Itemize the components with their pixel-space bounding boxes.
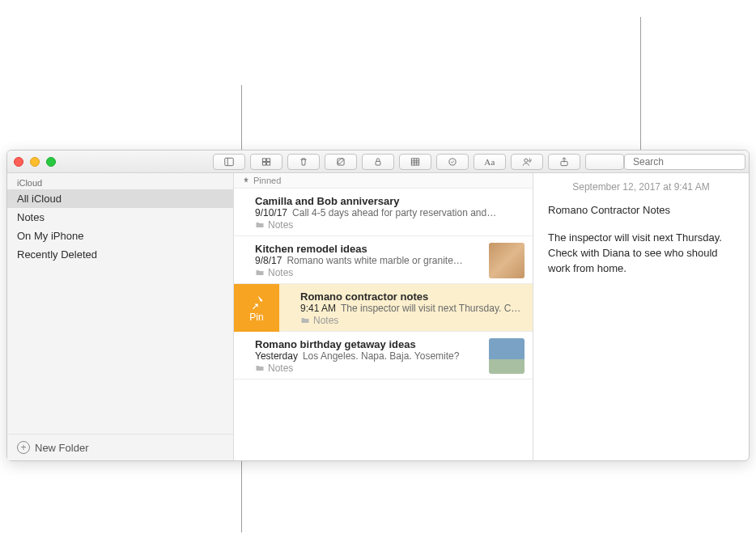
note-row[interactable]: Kitchen remodel ideas 9/8/17Romano wants… [234, 236, 533, 284]
view-list-button[interactable] [213, 154, 245, 170]
note-title: Kitchen remodel ideas [255, 243, 482, 255]
folder-icon [255, 220, 265, 230]
share-button[interactable] [548, 154, 580, 170]
add-people-button[interactable] [511, 154, 543, 170]
lock-button[interactable] [362, 154, 394, 170]
note-preview-line: 9/8/17Romano wants white marble or grani… [255, 255, 482, 266]
svg-rect-5 [267, 162, 270, 165]
window-controls [14, 157, 56, 167]
svg-rect-8 [411, 158, 418, 164]
note-thumbnail [489, 243, 525, 278]
table-button[interactable] [399, 154, 431, 170]
note-title: Romano birthday getaway ideas [255, 338, 482, 350]
plus-icon: + [17, 441, 30, 454]
new-folder-label: New Folder [35, 442, 88, 454]
new-folder-button[interactable]: + New Folder [7, 434, 233, 460]
svg-rect-3 [267, 158, 270, 161]
titlebar: Aa [7, 151, 749, 173]
notes-window: Aa iCloud All iCloud Notes On My iPhone … [6, 150, 750, 461]
note-timestamp: September 12, 2017 at 9:41 AM [548, 181, 734, 193]
folder-icon [255, 363, 265, 373]
pin-icon [242, 176, 250, 184]
search-input[interactable] [633, 156, 754, 167]
close-window-button[interactable] [14, 157, 23, 167]
note-preview-line: 9/10/17Call 4-5 days ahead for party res… [255, 207, 525, 218]
svg-rect-4 [262, 162, 265, 165]
sidebar-item-recently-deleted[interactable]: Recently Deleted [7, 245, 233, 264]
folder-icon [255, 268, 265, 278]
svg-point-14 [525, 159, 528, 162]
note-preview-line: YesterdayLos Angeles. Napa. Baja. Yosemi… [255, 350, 482, 362]
note-row-selected[interactable]: Romano contractor notes 9:41 AMThe inspe… [279, 284, 533, 332]
sidebar-section-label: iCloud [7, 173, 233, 189]
note-row[interactable]: Camilla and Bob anniversary 9/10/17Call … [234, 189, 533, 236]
note-title: Romano contractor notes [300, 290, 525, 303]
sidebar-item-notes[interactable]: Notes [7, 208, 233, 227]
sidebar: iCloud All iCloud Notes On My iPhone Rec… [7, 173, 234, 460]
note-folder: Notes [255, 267, 482, 278]
note-editor[interactable]: September 12, 2017 at 9:41 AM Romano Con… [533, 173, 749, 460]
note-folder: Notes [255, 219, 525, 231]
editor-body[interactable]: The inspector will visit next Thursday. … [548, 231, 734, 277]
checklist-button[interactable] [436, 154, 469, 170]
toolbar: Aa [213, 154, 624, 170]
svg-point-15 [529, 159, 530, 161]
svg-rect-0 [225, 158, 234, 165]
note-row-wrapper: Pin Romano contractor notes 9:41 AMThe i… [234, 284, 533, 332]
pin-action-label: Pin [249, 312, 263, 323]
search-field[interactable] [624, 154, 745, 170]
editor-title: Romano Contractor Notes [548, 204, 734, 216]
media-button[interactable] [585, 154, 624, 170]
svg-rect-2 [262, 158, 265, 161]
note-title: Camilla and Bob anniversary [255, 195, 525, 207]
note-preview-line: 9:41 AMThe inspector will visit next Thu… [300, 303, 525, 314]
delete-button[interactable] [287, 154, 320, 170]
note-folder: Notes [255, 363, 482, 374]
folder-icon [300, 316, 310, 325]
attachments-button[interactable] [250, 154, 282, 170]
pinned-header: Pinned [234, 173, 533, 189]
pin-swipe-action[interactable]: Pin [234, 284, 279, 332]
sidebar-item-all-icloud[interactable]: All iCloud [7, 189, 233, 208]
notes-list[interactable]: Pinned Camilla and Bob anniversary 9/10/… [234, 173, 533, 460]
minimize-window-button[interactable] [30, 157, 40, 167]
note-row[interactable]: Romano birthday getaway ideas YesterdayL… [234, 332, 533, 380]
window-body: iCloud All iCloud Notes On My iPhone Rec… [7, 173, 749, 460]
format-button[interactable]: Aa [474, 154, 506, 170]
new-note-button[interactable] [325, 154, 357, 170]
pin-icon [248, 294, 265, 310]
fullscreen-window-button[interactable] [46, 157, 56, 167]
sidebar-item-on-my-iphone[interactable]: On My iPhone [7, 227, 233, 245]
svg-rect-7 [376, 161, 380, 165]
note-thumbnail [489, 338, 525, 374]
pinned-header-label: Pinned [253, 176, 281, 185]
note-folder: Notes [300, 315, 525, 326]
